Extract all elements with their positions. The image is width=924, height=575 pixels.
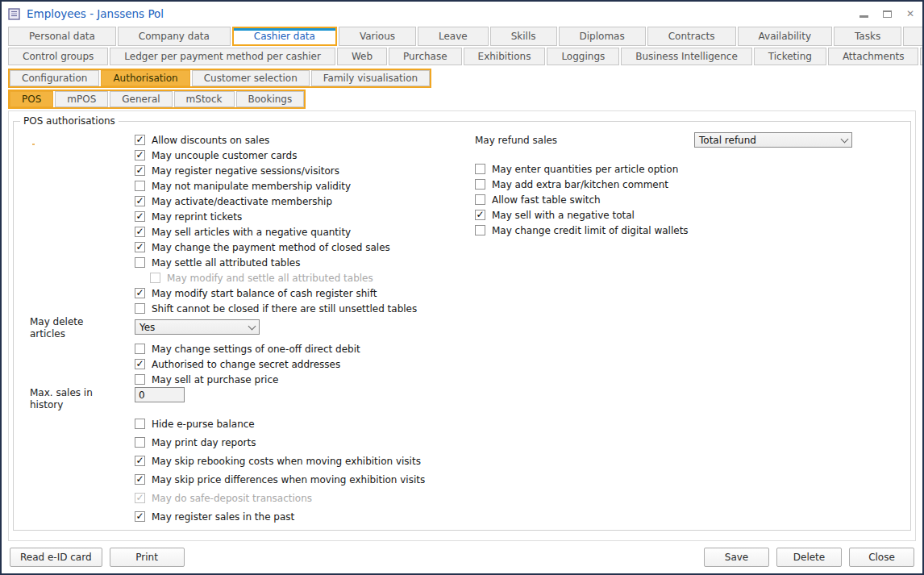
- checkbox-label[interactable]: May skip price differences when moving e…: [152, 474, 425, 485]
- tab-availability[interactable]: Availability: [738, 27, 832, 46]
- tab-mpos[interactable]: mPOS: [55, 91, 108, 107]
- row-may-modify-and-settle-all-attributed-tables: May modify and settle all attributed tab…: [30, 270, 465, 285]
- tab-leave[interactable]: Leave: [418, 27, 489, 46]
- left-authorisations-column: ✓Allow discounts on sales✓May uncouple c…: [30, 132, 465, 526]
- tab-web[interactable]: Web: [337, 48, 387, 65]
- tab-ledger-per-payment-method-per-cashier[interactable]: Ledger per payment method per cashier: [110, 48, 335, 65]
- row-may-change-the-payment-method-of-closed-sales: ✓May change the payment method of closed…: [30, 240, 465, 255]
- tab-pos[interactable]: POS: [10, 91, 53, 107]
- row-may-sell-with-a-negative-total: ✓May sell with a negative total: [475, 207, 852, 223]
- tab-configuration[interactable]: Configuration: [10, 70, 99, 86]
- may-modify-start-balance-of-cash-register-shift-checkbox[interactable]: ✓: [135, 288, 145, 298]
- tab-purchase[interactable]: Purchase: [389, 48, 462, 65]
- checkbox-label[interactable]: May reprint tickets: [152, 211, 242, 223]
- checkbox-label[interactable]: May register sales in the past: [152, 511, 294, 523]
- checkbox-label[interactable]: May sell articles with a negative quanti…: [152, 227, 351, 238]
- tab-row-primary: Personal dataCompany dataCashier dataVar…: [2, 27, 922, 46]
- checkbox-label[interactable]: May change settings of one-off direct de…: [152, 344, 360, 355]
- checkbox-label[interactable]: Allow discounts on sales: [152, 135, 269, 146]
- may-change-credit-limit-of-digital-wallets-checkbox[interactable]: [475, 225, 485, 235]
- tab-customer-selection[interactable]: Customer selection: [192, 70, 310, 86]
- may-settle-all-attributed-tables-checkbox[interactable]: [135, 257, 145, 268]
- checkbox-label[interactable]: May sell at purchase price: [152, 374, 278, 385]
- chevron-down-icon[interactable]: [244, 326, 259, 329]
- checkbox-label[interactable]: Hide e-purse balance: [152, 419, 255, 430]
- may-register-sales-in-the-past-checkbox[interactable]: ✓: [135, 511, 145, 522]
- may-uncouple-customer-cards-checkbox[interactable]: ✓: [135, 150, 145, 160]
- tab-company-data[interactable]: Company data: [118, 27, 231, 46]
- tab-general[interactable]: General: [110, 91, 172, 107]
- row-may-reprint-tickets: ✓May reprint tickets: [30, 209, 465, 224]
- print-button[interactable]: Print: [110, 548, 185, 567]
- tab-authorisation[interactable]: Authorisation: [101, 70, 189, 86]
- checkbox-label[interactable]: May not manipulate membership validity: [152, 181, 351, 192]
- may-activate-deactivate-membership-checkbox[interactable]: ✓: [135, 196, 145, 206]
- tab-personal-data[interactable]: Personal data: [8, 27, 116, 46]
- checkbox-label[interactable]: May skip rebooking costs when moving exh…: [152, 456, 421, 467]
- chevron-down-icon[interactable]: [837, 139, 851, 142]
- may-not-manipulate-membership-validity-checkbox[interactable]: [135, 181, 145, 191]
- tab-various[interactable]: Various: [339, 27, 416, 46]
- delete-button[interactable]: Delete: [776, 548, 842, 567]
- tab-bookings[interactable]: Bookings: [236, 91, 305, 107]
- tab-cashier-data[interactable]: Cashier data: [232, 27, 337, 46]
- row-shift-cannot-be-closed-if-there-are-still-unsettled-tables: Shift cannot be closed if there are stil…: [30, 301, 465, 316]
- may-sell-articles-with-a-negative-quantity-checkbox[interactable]: ✓: [135, 227, 145, 237]
- read-e-id-card-button[interactable]: Read e-ID card: [10, 548, 102, 567]
- tab-contracts[interactable]: Contracts: [647, 27, 736, 46]
- allow-fast-table-switch-checkbox[interactable]: [475, 194, 485, 205]
- may-change-settings-of-one-off-direct-debit-checkbox[interactable]: [135, 344, 145, 354]
- tab-control-groups[interactable]: Control groups: [8, 48, 108, 65]
- row-may-sell-at-purchase-price: May sell at purchase price: [30, 372, 465, 387]
- may-skip-rebooking-costs-when-moving-exhibition-visits-checkbox[interactable]: ✓: [135, 456, 145, 466]
- checkbox-label[interactable]: May settle all attributed tables: [152, 257, 300, 269]
- close-button[interactable]: Close: [849, 548, 914, 567]
- may-add-extra-bar-kitchen-comment-checkbox[interactable]: [475, 179, 485, 190]
- max-sales-in-history-input[interactable]: [135, 387, 185, 402]
- checkbox-label[interactable]: May change the payment method of closed …: [152, 242, 390, 253]
- save-button[interactable]: Save: [704, 548, 769, 567]
- tab-possible-work-types[interactable]: Possible work types: [903, 27, 924, 46]
- may-sell-with-a-negative-total-checkbox[interactable]: ✓: [475, 210, 485, 220]
- tab-exhibitions[interactable]: Exhibitions: [464, 48, 546, 65]
- checkbox-label[interactable]: May register negative sessions/visitors: [152, 165, 339, 177]
- checkbox-label[interactable]: Allow fast table switch: [492, 194, 601, 206]
- may-delete-articles-select[interactable]: Yes: [135, 319, 260, 335]
- close-window-button[interactable]: ✕: [906, 8, 914, 19]
- checkbox-label[interactable]: May sell with a negative total: [492, 210, 635, 221]
- tab-mstock[interactable]: mStock: [174, 91, 235, 107]
- tab-attachments[interactable]: Attachments: [828, 48, 919, 65]
- may-sell-at-purchase-price-checkbox[interactable]: [135, 374, 145, 385]
- may-change-the-payment-method-of-closed-sales-checkbox[interactable]: ✓: [135, 242, 145, 252]
- tab-family-visualisation[interactable]: Family visualisation: [311, 70, 430, 86]
- checkbox-label[interactable]: May modify start balance of cash registe…: [152, 288, 377, 299]
- tab-business-intelligence[interactable]: Business Intelligence: [621, 48, 752, 65]
- checkbox-label[interactable]: May uncouple customer cards: [152, 150, 297, 161]
- tab-loggings[interactable]: Loggings: [547, 48, 619, 65]
- may-register-negative-sessions-visitors-checkbox[interactable]: ✓: [135, 165, 145, 176]
- decorative-dot: [32, 144, 35, 145]
- checkbox-label[interactable]: May enter quantities per article option: [492, 164, 678, 175]
- may-skip-price-differences-when-moving-exhibition-visits-checkbox[interactable]: ✓: [135, 474, 145, 485]
- tab-skills[interactable]: Skills: [490, 27, 557, 46]
- checkbox-label[interactable]: Shift cannot be closed if there are stil…: [152, 303, 417, 315]
- authorised-to-change-secret-addresses-checkbox[interactable]: ✓: [135, 359, 145, 369]
- checkbox-label[interactable]: Authorised to change secret addresses: [152, 359, 340, 370]
- may-print-day-reports-checkbox[interactable]: [135, 437, 145, 448]
- minimize-button[interactable]: [859, 8, 868, 19]
- shift-cannot-be-closed-if-there-are-still-unsettled-tables-checkbox[interactable]: [135, 303, 145, 314]
- tab-tasks[interactable]: Tasks: [834, 27, 901, 46]
- checkbox-label[interactable]: May print day reports: [152, 437, 256, 448]
- allow-discounts-on-sales-checkbox[interactable]: ✓: [135, 135, 145, 145]
- maximize-button[interactable]: [883, 8, 892, 19]
- may-refund-sales-select[interactable]: Total refund: [694, 132, 852, 148]
- may-enter-quantities-per-article-option-checkbox[interactable]: [475, 164, 485, 174]
- tab-diplomas[interactable]: Diplomas: [559, 27, 646, 46]
- hide-e-purse-balance-checkbox[interactable]: [135, 419, 145, 429]
- tab-child-care-centres[interactable]: Child care centres: [920, 48, 924, 65]
- may-reprint-tickets-checkbox[interactable]: ✓: [135, 211, 145, 222]
- checkbox-label[interactable]: May change credit limit of digital walle…: [492, 225, 689, 236]
- checkbox-label[interactable]: May add extra bar/kitchen comment: [492, 179, 668, 190]
- tab-ticketing[interactable]: Ticketing: [754, 48, 826, 65]
- checkbox-label[interactable]: May activate/deactivate membership: [152, 196, 332, 207]
